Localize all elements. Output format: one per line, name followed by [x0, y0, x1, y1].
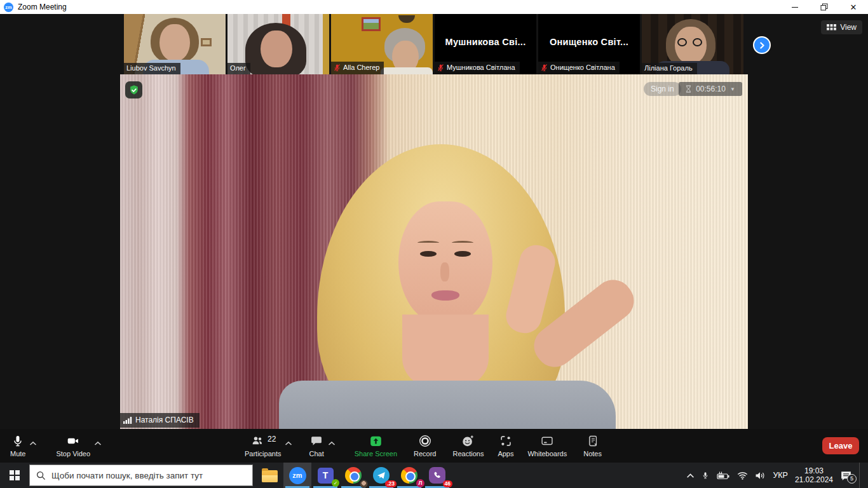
face-shape	[159, 24, 190, 61]
tray-battery-icon[interactable]	[716, 471, 730, 480]
chat-options-chevron[interactable]	[328, 437, 336, 458]
tray-wifi-icon[interactable]	[737, 471, 748, 480]
chat-bubble-icon	[309, 435, 323, 447]
camera-icon	[65, 435, 81, 447]
restore-button[interactable]	[810, 0, 839, 14]
search-input[interactable]	[51, 471, 236, 480]
glasses-shape	[677, 38, 687, 46]
start-button[interactable]	[0, 463, 29, 488]
participant-name: Liubov Savchyn	[126, 65, 176, 72]
notes-button[interactable]: Notes	[583, 429, 602, 458]
participant-name-tag: Мушникова Світлана	[435, 62, 520, 74]
participants-button[interactable]: 22 Participants	[245, 429, 281, 458]
sign-in-button[interactable]: Sign in	[644, 82, 681, 96]
muted-mic-icon	[541, 64, 548, 72]
tray-language[interactable]: УКР	[773, 471, 788, 480]
video-options-chevron[interactable]	[94, 437, 102, 458]
participant-tile-liliana[interactable]: Ліліана Гораль	[642, 14, 743, 74]
muted-mic-icon	[334, 64, 341, 72]
taskbar-zoom-app[interactable]: zm	[283, 463, 311, 488]
taskbar-teams[interactable]: T ✓	[311, 463, 339, 488]
notification-count-badge: 5	[847, 474, 857, 484]
participant-name-tag: Олег	[227, 63, 250, 74]
taskbar-file-explorer[interactable]	[255, 463, 283, 488]
tray-speaker-icon[interactable]	[755, 471, 766, 480]
tray-expand-chevron-icon[interactable]	[686, 473, 695, 478]
mute-options-chevron[interactable]	[29, 437, 37, 458]
mute-button[interactable]: Mute	[10, 429, 25, 458]
restore-icon	[820, 3, 828, 11]
gallery-view-icon	[827, 24, 836, 31]
encryption-shield-button[interactable]	[125, 81, 142, 98]
chrome-profile-badge: Л	[416, 479, 424, 487]
close-button[interactable]: ✕	[839, 0, 868, 14]
hourglass-icon	[686, 85, 691, 93]
sign-in-label: Sign in	[651, 85, 674, 93]
chat-button[interactable]: Chat	[309, 429, 323, 458]
timer-dropdown-icon[interactable]: ▼	[730, 86, 735, 92]
telegram-badge: .23	[385, 480, 397, 488]
viber-badge: 46	[443, 480, 452, 488]
apps-button[interactable]: Apps	[498, 429, 513, 458]
share-screen-button[interactable]: Share Screen	[355, 429, 397, 458]
leave-button[interactable]: Leave	[822, 437, 859, 454]
window-titlebar: zm Zoom Meeting ✕	[0, 0, 868, 14]
minimize-button[interactable]	[780, 0, 810, 14]
taskbar-chrome[interactable]	[339, 463, 367, 488]
tray-time: 19:03	[795, 466, 833, 475]
gallery-strip: Liubov Savchyn Олег Alla Cherep	[124, 14, 743, 74]
timer-value: 00:56:10	[696, 85, 726, 93]
picture-frame-shape	[362, 17, 381, 31]
action-center-button[interactable]: 5	[840, 470, 852, 481]
view-button[interactable]: View	[821, 20, 862, 34]
reactions-label: Reactions	[452, 450, 484, 458]
windows-logo-icon	[10, 470, 20, 480]
clothes-shape	[279, 381, 616, 429]
chrome-icon	[401, 467, 417, 484]
participant-display-name: Онищенко Світ...	[538, 37, 640, 47]
stop-video-button[interactable]: Stop Video	[56, 429, 90, 458]
security-shield-icon	[128, 85, 140, 96]
taskbar-search[interactable]	[29, 464, 253, 486]
tray-date: 21.02.2024	[795, 475, 833, 484]
eyebrow-shape	[452, 241, 473, 245]
share-screen-icon	[369, 435, 383, 448]
spacer	[295, 429, 309, 458]
nose-shape	[440, 262, 449, 281]
participant-name: Alla Cherep	[343, 64, 379, 71]
participant-tile-oleg[interactable]: Олег	[227, 14, 329, 74]
tray-microphone-icon[interactable]	[702, 470, 709, 480]
signal-strength-icon	[123, 416, 132, 424]
next-page-button[interactable]	[753, 36, 771, 54]
teams-icon: T	[318, 468, 334, 484]
participant-tile-liubov[interactable]: Liubov Savchyn	[124, 14, 226, 74]
toolbar-left-group: Mute Stop Video	[10, 429, 104, 458]
neck-shape	[402, 315, 489, 390]
spacer	[484, 429, 498, 458]
window-controls: ✕	[780, 0, 868, 14]
reactions-button[interactable]: Reactions	[452, 429, 484, 458]
chrome-icon	[345, 467, 362, 484]
speaker-name: Наталія СПАСІВ	[135, 416, 194, 424]
teams-status-badge: ✓	[332, 479, 339, 487]
lips-shape	[431, 290, 459, 301]
participant-tile-alla[interactable]: Alla Cherep	[331, 14, 433, 74]
record-label: Record	[414, 450, 436, 458]
picture-frame-shape	[201, 38, 212, 46]
taskbar-telegram[interactable]: .23	[367, 463, 395, 488]
participant-tile-mushnykova[interactable]: Мушникова Сві... Мушникова Світлана	[435, 14, 536, 74]
apps-icon	[499, 434, 513, 448]
spacer	[338, 429, 355, 458]
meeting-timer[interactable]: 00:56:10 ▼	[679, 82, 742, 96]
taskbar-chrome-profile2[interactable]: Л	[395, 463, 423, 488]
tray-clock[interactable]: 19:03 21.02.2024	[795, 466, 833, 484]
mute-label: Mute	[10, 450, 25, 458]
participant-tile-onyshchenko[interactable]: Онищенко Світ... Онищенко Світлана	[538, 14, 640, 74]
record-button[interactable]: Record	[414, 429, 436, 458]
taskbar-viber[interactable]: 46	[423, 463, 451, 488]
profile-avatar-badge	[360, 480, 368, 488]
show-desktop-strip[interactable]	[859, 463, 862, 488]
participants-options-chevron[interactable]	[285, 437, 292, 458]
participant-name-tag: Liubov Savchyn	[124, 63, 180, 74]
whiteboards-button[interactable]: Whiteboards	[527, 429, 567, 458]
